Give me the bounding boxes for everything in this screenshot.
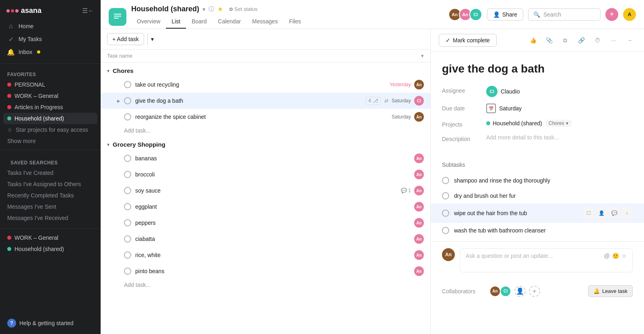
- sidebar-item-home[interactable]: ⌂ Home: [3, 20, 97, 33]
- table-row[interactable]: ⠿ rice, white An: [101, 247, 430, 263]
- task-checkbox-spice[interactable]: [124, 113, 131, 120]
- table-row[interactable]: ⠿ reorganize the spice cabinet Saturday …: [101, 109, 430, 125]
- task-assignee-rice[interactable]: An: [414, 250, 424, 260]
- task-checkbox-peppers[interactable]: [124, 219, 131, 226]
- section-tag[interactable]: Chores ▾: [545, 120, 572, 127]
- sidebar-item-inbox[interactable]: 🔔 Inbox: [3, 46, 97, 58]
- task-checkbox-soy-sauce[interactable]: [124, 187, 131, 194]
- table-row[interactable]: ⠿ eggplant An: [101, 199, 430, 215]
- subtask-checkbox-3[interactable]: [442, 210, 449, 217]
- timer-button[interactable]: ⏱: [591, 34, 604, 47]
- emoji-icon[interactable]: 🙂: [612, 253, 619, 259]
- leave-task-button[interactable]: 🔔 Leave task: [588, 285, 633, 297]
- mark-complete-button[interactable]: ✓ Mark complete: [439, 34, 497, 47]
- star-projects-item[interactable]: ☆ Star projects for easy access: [3, 124, 97, 135]
- description-value[interactable]: Add more detail to this task...: [486, 134, 559, 141]
- at-mention-icon[interactable]: @: [604, 253, 610, 259]
- sidebar-collapse-button[interactable]: ☰←: [82, 7, 94, 15]
- tab-overview[interactable]: Overview: [131, 15, 166, 29]
- task-assignee-dog-bath[interactable]: Cl: [414, 96, 424, 106]
- section-chores-header[interactable]: ▾ Chores: [101, 62, 430, 77]
- project-star-icon[interactable]: ★: [217, 5, 223, 13]
- task-expand-icon[interactable]: ▶: [115, 97, 122, 104]
- table-row[interactable]: ⠿ ▶ give the dog a bath 4 ⎇ ⇄ Saturday C…: [101, 93, 430, 109]
- list-item[interactable]: dry and brush out her fur: [431, 188, 644, 203]
- user-avatar[interactable]: A: [623, 8, 636, 21]
- task-expand-icon[interactable]: [115, 171, 122, 178]
- task-checkbox-bananas[interactable]: [124, 155, 131, 162]
- add-button[interactable]: +: [605, 8, 618, 21]
- task-assignee-bananas[interactable]: An: [414, 154, 424, 163]
- add-task-button[interactable]: + Add task: [107, 33, 144, 45]
- task-expand-icon[interactable]: [115, 113, 122, 120]
- saved-search-messages-sent[interactable]: Messages I've Sent: [3, 201, 97, 212]
- task-expand-icon[interactable]: [115, 155, 122, 162]
- task-checkbox-rice[interactable]: [124, 251, 131, 259]
- add-collaborator-button[interactable]: 👤: [514, 286, 526, 297]
- subtask-count-badge[interactable]: 4 ⎇: [365, 97, 381, 105]
- task-expand-icon[interactable]: [115, 203, 122, 210]
- task-assignee-pinto-beans[interactable]: An: [414, 266, 424, 276]
- task-checkbox-recycling[interactable]: [124, 81, 131, 88]
- saved-search-tasks-assigned[interactable]: Tasks I've Assigned to Others: [3, 178, 97, 190]
- thumbs-up-button[interactable]: 👍: [526, 34, 539, 47]
- detail-task-title[interactable]: give the dog a bath: [442, 62, 633, 76]
- task-branch-icon[interactable]: ⇄: [384, 98, 388, 104]
- star-reaction-icon[interactable]: ☆: [621, 253, 627, 259]
- tab-board[interactable]: Board: [186, 15, 212, 29]
- subtask-assign-icon[interactable]: ☐: [583, 207, 594, 219]
- sidebar-project-household[interactable]: Household (shared) ···: [3, 113, 97, 124]
- tab-list[interactable]: List: [166, 15, 186, 29]
- subtask-comment-icon[interactable]: 💬: [609, 207, 620, 219]
- assignee-value[interactable]: Cl Claudio: [486, 86, 520, 97]
- task-expand-icon[interactable]: [115, 187, 122, 194]
- sidebar-item-my-tasks[interactable]: ✓ My Tasks: [3, 33, 97, 46]
- task-expand-icon[interactable]: [115, 81, 122, 88]
- sidebar-project-work-general[interactable]: WORK – General: [3, 90, 97, 102]
- table-row[interactable]: ⠿ ciabatta An: [101, 231, 430, 247]
- sidebar-project-articles[interactable]: Articles in Progress: [3, 102, 97, 113]
- task-checkbox-dog-bath[interactable]: [124, 97, 131, 104]
- table-row[interactable]: ⠿ bananas An: [101, 150, 430, 166]
- task-checkbox-eggplant[interactable]: [124, 203, 131, 210]
- table-row[interactable]: ⠿ soy sauce 💬 1 An: [101, 183, 430, 199]
- task-expand-icon[interactable]: [115, 251, 122, 259]
- subtask-checkbox-1[interactable]: [442, 177, 449, 184]
- collaborator-avatar-1[interactable]: An: [489, 286, 501, 297]
- copy-task-button[interactable]: ⧉: [559, 34, 572, 47]
- task-assignee-peppers[interactable]: An: [414, 218, 424, 228]
- add-task-grocery-row[interactable]: Add task...: [101, 279, 430, 290]
- subtask-checkbox-2[interactable]: [442, 192, 449, 199]
- sidebar-recent-household[interactable]: Household (shared): [3, 243, 97, 255]
- task-expand-icon[interactable]: [115, 235, 122, 243]
- section-grocery-header[interactable]: ▾ Grocery Shopping: [101, 136, 430, 150]
- task-name-sort-icon[interactable]: ▾: [421, 53, 424, 59]
- collaborator-avatar-2[interactable]: Cl: [500, 286, 511, 297]
- tab-files[interactable]: Files: [283, 15, 307, 29]
- subtask-user-icon[interactable]: 👤: [596, 207, 607, 219]
- subtask-checkbox-4[interactable]: [442, 227, 449, 234]
- task-checkbox-ciabatta[interactable]: [124, 235, 131, 243]
- link-button[interactable]: 🔗: [575, 34, 588, 47]
- tab-calendar[interactable]: Calendar: [213, 15, 247, 29]
- task-expand-icon[interactable]: [115, 219, 122, 226]
- attach-button[interactable]: 📎: [543, 34, 555, 47]
- sidebar-project-personal[interactable]: PERSONAL: [3, 79, 97, 90]
- project-title-chevron-icon[interactable]: ▾: [202, 6, 205, 12]
- project-info-icon[interactable]: ⓘ: [208, 6, 214, 13]
- table-row[interactable]: ⠿ peppers An: [101, 215, 430, 231]
- task-assignee-broccoli[interactable]: An: [414, 170, 424, 179]
- add-collaborator-plus-button[interactable]: +: [529, 286, 540, 297]
- task-checkbox-pinto-beans[interactable]: [124, 268, 131, 275]
- task-assignee-soy-sauce[interactable]: An: [414, 186, 424, 195]
- add-task-chores-row[interactable]: Add task...: [101, 125, 430, 136]
- show-more-button[interactable]: Show more: [3, 135, 97, 147]
- task-assignee-recycling[interactable]: An: [414, 80, 424, 89]
- close-detail-button[interactable]: →: [623, 34, 636, 47]
- sidebar-recent-work-general[interactable]: WORK – General: [3, 232, 97, 243]
- member-avatar-3[interactable]: Cl: [469, 8, 482, 21]
- more-options-button[interactable]: ···: [607, 34, 620, 47]
- task-assignee-spice[interactable]: An: [414, 112, 424, 122]
- saved-search-messages-received[interactable]: Messages I've Received: [3, 212, 97, 224]
- list-item[interactable]: shampoo and rinse the dog thoroughly: [431, 173, 644, 188]
